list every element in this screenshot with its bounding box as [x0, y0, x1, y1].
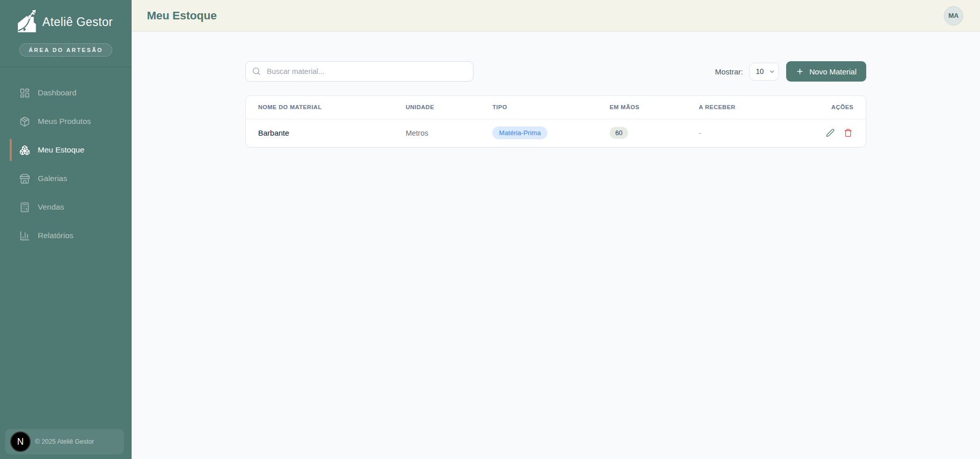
nextjs-dev-badge[interactable]: N — [10, 431, 31, 452]
toolbar: Mostrar: 10 — [245, 61, 866, 82]
show-label: Mostrar: — [715, 67, 743, 76]
plus-icon — [796, 67, 804, 75]
column-header-tipo: TIPO — [480, 96, 597, 119]
sidebar-item-meus-produtos[interactable]: Meus Produtos — [10, 110, 125, 133]
sidebar-item-label: Vendas — [38, 202, 64, 212]
table-header-row: NOME DO MATERIAL UNIDADE TIPO EM MÃOS A … — [246, 96, 866, 119]
sidebar-item-label: Dashboard — [38, 88, 77, 97]
dashboard-icon — [19, 88, 30, 98]
calculator-icon — [19, 202, 30, 213]
search-box — [245, 61, 473, 82]
sidebar-item-vendas[interactable]: Vendas — [10, 196, 125, 218]
brand: Ateliê Gestor — [0, 8, 132, 36]
material-to-receive: - — [687, 119, 788, 147]
sidebar-item-label: Meus Produtos — [38, 117, 91, 126]
brand-section: Ateliê Gestor ÁREA DO ARTESÃO — [0, 0, 132, 67]
sidebar-item-label: Galerias — [38, 174, 67, 183]
sidebar-item-label: Relatórios — [38, 231, 73, 240]
page-size-select-wrap: 10 — [749, 63, 779, 81]
delete-button[interactable] — [843, 128, 853, 138]
type-badge: Matéria-Prima — [492, 126, 547, 139]
trash-icon — [844, 129, 852, 137]
topbar: Meu Estoque MA — [132, 0, 980, 32]
house-branch-logo-icon — [12, 8, 40, 36]
row-actions — [788, 119, 866, 147]
column-header-unidade: UNIDADE — [393, 96, 480, 119]
main-area: Meu Estoque MA Mostrar: 10 — [132, 0, 980, 459]
column-header-acoes: AÇÕES — [788, 96, 866, 119]
area-badge: ÁREA DO ARTESÃO — [19, 43, 112, 57]
sidebar-item-relatorios[interactable]: Relatórios — [10, 224, 125, 247]
sidebar-item-dashboard[interactable]: Dashboard — [10, 82, 125, 104]
search-input[interactable] — [245, 61, 473, 82]
toolbar-right: Mostrar: 10 — [715, 61, 866, 82]
page-size-select[interactable]: 10 — [749, 63, 779, 81]
user-avatar[interactable]: MA — [944, 6, 963, 26]
column-header-em-maos: EM MÃOS — [597, 96, 687, 119]
content: Mostrar: 10 — [132, 32, 980, 459]
pencil-icon — [826, 129, 835, 137]
sidebar-item-meu-estoque[interactable]: Meu Estoque — [10, 139, 125, 161]
material-name: Barbante — [246, 119, 393, 147]
sidebar-item-galerias[interactable]: Galerias — [10, 167, 125, 190]
sidebar-nav: Dashboard Meus Produtos — [0, 67, 132, 247]
new-material-button[interactable]: Novo Material — [786, 61, 866, 82]
table-row: Barbante Metros Matéria-Prima 60 - — [246, 119, 866, 147]
materials-table-card: NOME DO MATERIAL UNIDADE TIPO EM MÃOS A … — [245, 95, 866, 147]
brand-name: Ateliê Gestor — [42, 15, 113, 29]
quantity-badge: 60 — [610, 127, 628, 139]
column-header-nome: NOME DO MATERIAL — [246, 96, 393, 119]
material-in-hand-cell: 60 — [597, 119, 687, 147]
new-material-label: Novo Material — [809, 67, 857, 76]
boxes-icon — [19, 145, 30, 156]
materials-table: NOME DO MATERIAL UNIDADE TIPO EM MÃOS A … — [246, 96, 866, 147]
page-title: Meu Estoque — [147, 9, 217, 22]
column-header-a-receber: A RECEBER — [687, 96, 788, 119]
sidebar-item-label: Meu Estoque — [38, 145, 84, 155]
material-type-cell: Matéria-Prima — [480, 119, 597, 147]
bar-chart-icon — [19, 231, 30, 241]
edit-button[interactable] — [825, 128, 836, 138]
copyright-text: © 2025 Ateliê Gestor — [35, 438, 94, 445]
package-icon — [19, 116, 30, 127]
store-icon — [19, 173, 30, 184]
material-unit: Metros — [393, 119, 480, 147]
sidebar: Ateliê Gestor ÁREA DO ARTESÃO Dashboard … — [0, 0, 132, 459]
